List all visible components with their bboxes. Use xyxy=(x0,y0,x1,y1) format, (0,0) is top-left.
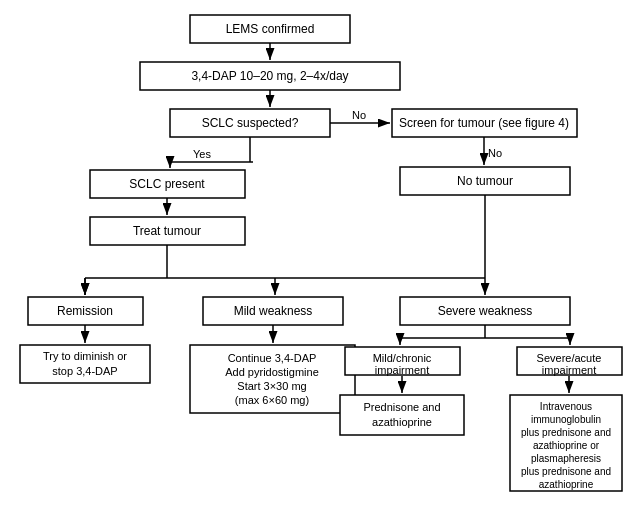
screen-tumour-label: Screen for tumour (see figure 4) xyxy=(399,116,569,130)
iv-label4: azathioprine or xyxy=(533,440,600,451)
no-tumour-label: No tumour xyxy=(457,174,513,188)
no-label-2: No xyxy=(488,147,502,159)
severe-acute-label: Severe/acute xyxy=(537,352,602,364)
iv-label3: plus prednisone and xyxy=(521,427,611,438)
iv-label5: plasmapheresis xyxy=(531,453,601,464)
flowchart: LEMS confirmed 3,4-DAP 10–20 mg, 2–4x/da… xyxy=(10,10,630,519)
continue-dap-line4: (max 6×60 mg) xyxy=(235,394,309,406)
sclc-present-label: SCLC present xyxy=(129,177,205,191)
sclc-suspected-label: SCLC suspected? xyxy=(202,116,299,130)
yes-label: Yes xyxy=(193,148,211,160)
continue-dap-line2: Add pyridostigmine xyxy=(225,366,319,378)
continue-dap-line3: Start 3×30 mg xyxy=(237,380,306,392)
dap-initial-label: 3,4-DAP 10–20 mg, 2–4x/day xyxy=(191,69,348,83)
try-diminish-label2: stop 3,4-DAP xyxy=(52,365,117,377)
mild-chronic-label2: impairment xyxy=(375,364,429,376)
iv-label2: immunoglobulin xyxy=(531,414,601,425)
remission-label: Remission xyxy=(57,304,113,318)
no-label-1: No xyxy=(352,109,366,121)
severe-weakness-label: Severe weakness xyxy=(438,304,533,318)
iv-label7: azathioprine xyxy=(539,479,594,490)
prednisone-aza-label: Prednisone and xyxy=(363,401,440,413)
severe-acute-label2: impairment xyxy=(542,364,596,376)
prednisone-aza-label2: azathioprine xyxy=(372,416,432,428)
lems-confirmed-label: LEMS confirmed xyxy=(226,22,315,36)
iv-label6: plus prednisone and xyxy=(521,466,611,477)
treat-tumour-label: Treat tumour xyxy=(133,224,201,238)
continue-dap-line1: Continue 3,4-DAP xyxy=(228,352,317,364)
try-diminish-label: Try to diminish or xyxy=(43,350,127,362)
iv-label1: Intravenous xyxy=(540,401,592,412)
mild-chronic-label: Mild/chronic xyxy=(373,352,432,364)
diagram-svg: LEMS confirmed 3,4-DAP 10–20 mg, 2–4x/da… xyxy=(10,10,630,516)
mild-weakness-label: Mild weakness xyxy=(234,304,313,318)
